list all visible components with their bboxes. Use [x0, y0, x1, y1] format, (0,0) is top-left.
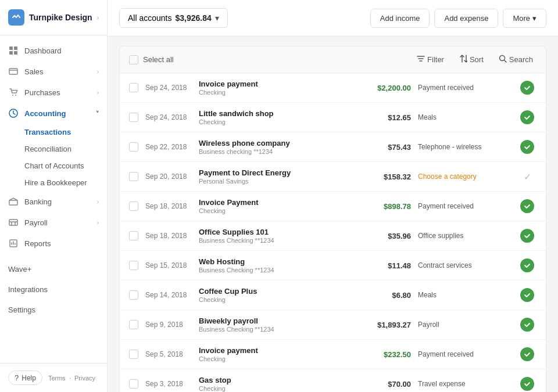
row-checkbox[interactable]: [129, 261, 138, 270]
sort-icon: [459, 55, 467, 64]
status-checked-icon: [520, 377, 534, 391]
row-name: Little sandwich shop: [199, 109, 355, 118]
row-account: Business Checking **1234: [199, 267, 355, 274]
add-expense-button[interactable]: Add expense: [434, 9, 498, 28]
row-category: Meals: [418, 291, 511, 299]
row-account: Checking: [199, 385, 355, 392]
subnav-hire-bookkeeper[interactable]: Hire a Bookkeeper: [24, 174, 107, 191]
row-checkbox[interactable]: [129, 83, 138, 92]
row-amount: $11.48: [362, 261, 411, 270]
row-date: Sep 3, 2018: [145, 380, 192, 388]
row-category: Payment received: [418, 202, 511, 210]
filter-icon: [417, 55, 425, 64]
row-info: Payment to Direct Energy Personal Saving…: [199, 168, 355, 185]
subnav-reconciliation[interactable]: Reconciliation: [24, 141, 107, 157]
row-name: Biweekly payroll: [199, 317, 355, 325]
row-category: Contract services: [418, 261, 511, 269]
sidebar-footer: ? Help Terms · Privacy: [0, 363, 107, 392]
account-label: All accounts: [128, 13, 171, 23]
row-status: [518, 288, 536, 302]
reports-icon: [8, 238, 19, 249]
row-amount: $158.32: [362, 172, 411, 181]
sidebar-item-payroll[interactable]: Payroll ›: [0, 212, 107, 233]
sidebar-item-reports[interactable]: Reports: [0, 233, 107, 254]
terms-link[interactable]: Terms: [48, 375, 66, 382]
row-amount: $12.65: [362, 113, 411, 122]
sidebar: Turnpike Design › Dashboard Sales › Purc…: [0, 0, 108, 392]
row-checkbox[interactable]: [129, 142, 138, 152]
row-status: [518, 377, 536, 391]
settings-link[interactable]: Settings: [8, 301, 99, 318]
row-date: Sep 18, 2018: [145, 232, 192, 240]
row-checkbox[interactable]: [129, 320, 138, 329]
dashboard-icon: [8, 45, 19, 56]
add-income-button[interactable]: Add income: [370, 9, 430, 28]
sidebar-item-sales[interactable]: Sales ›: [0, 61, 107, 82]
row-name: Gas stop: [199, 376, 355, 384]
table-row: Sep 5, 2018 Invoice payment Checking $23…: [120, 340, 546, 369]
row-info: Biweekly payroll Business Checking **123…: [199, 317, 355, 333]
row-category: Telephone - wireless: [418, 143, 511, 151]
row-account: Checking: [199, 207, 355, 214]
row-amount: $35.96: [362, 232, 411, 240]
row-account: Checking: [199, 296, 355, 303]
row-checkbox[interactable]: [129, 202, 138, 211]
table-header: Select all Filter Sort: [120, 46, 546, 73]
row-info: Invoice Payment Checking: [199, 198, 355, 214]
status-checked-icon: [520, 347, 534, 361]
sidebar-header[interactable]: Turnpike Design ›: [0, 0, 107, 35]
row-date: Sep 20, 2018: [145, 172, 192, 181]
sidebar-item-banking[interactable]: Banking ›: [0, 191, 107, 212]
filter-button[interactable]: Filter: [413, 52, 448, 67]
row-date: Sep 24, 2018: [145, 84, 192, 92]
integrations-link[interactable]: Integrations: [8, 281, 99, 298]
sort-button[interactable]: Sort: [456, 52, 487, 67]
row-name: Office Supplies 101: [199, 228, 355, 236]
row-date: Sep 18, 2018: [145, 202, 192, 210]
search-button[interactable]: Search: [495, 52, 536, 67]
status-checked-icon: [520, 81, 534, 95]
svg-rect-2: [9, 51, 13, 55]
row-info: Coffee Cup Plus Checking: [199, 287, 355, 303]
row-date: Sep 9, 2018: [145, 321, 192, 329]
row-amount: $898.78: [362, 202, 411, 211]
row-category: Payroll: [418, 321, 511, 329]
wave-plus-link[interactable]: Wave+: [8, 261, 99, 278]
row-checkbox[interactable]: [129, 290, 138, 300]
row-checkbox[interactable]: [129, 350, 138, 359]
more-button[interactable]: More ▾: [503, 9, 546, 28]
row-info: Wireless phone company Business checking…: [199, 139, 355, 155]
row-status: [518, 81, 536, 95]
sidebar-item-dashboard[interactable]: Dashboard: [0, 40, 107, 61]
purchases-label: Purchases: [24, 88, 60, 97]
select-all-row[interactable]: Select all: [129, 55, 174, 64]
row-checkbox[interactable]: [129, 113, 138, 122]
account-selector[interactable]: All accounts $3,926.84 ▾: [119, 8, 228, 28]
row-status: [518, 199, 536, 213]
row-checkbox[interactable]: [129, 379, 138, 389]
privacy-link[interactable]: Privacy: [74, 375, 95, 382]
row-checkbox[interactable]: [129, 172, 138, 181]
row-status: [518, 229, 536, 243]
row-info: Web Hosting Business Checking **1234: [199, 257, 355, 274]
row-status: [518, 140, 536, 154]
select-all-checkbox[interactable]: [129, 55, 138, 64]
row-account: Checking: [199, 118, 355, 125]
sidebar-item-purchases[interactable]: Purchases ›: [0, 82, 107, 103]
subnav-chart-of-accounts[interactable]: Chart of Accounts: [24, 157, 107, 174]
sidebar-item-accounting[interactable]: Accounting ˅: [0, 103, 107, 124]
row-category: Payment received: [418, 350, 511, 358]
help-button[interactable]: ? Help: [8, 371, 42, 385]
purchases-icon: [8, 87, 19, 98]
status-checked-icon: [520, 258, 534, 272]
row-status: [518, 347, 536, 361]
row-category[interactable]: Choose a category: [418, 172, 511, 181]
purchases-chevron-icon: ›: [97, 89, 99, 96]
subnav-transactions[interactable]: Transactions: [24, 124, 107, 141]
row-amount: $6.80: [362, 291, 411, 300]
row-info: Little sandwich shop Checking: [199, 109, 355, 125]
status-pending-icon: ✓: [524, 171, 531, 182]
row-checkbox[interactable]: [129, 231, 138, 240]
row-amount: $1,893.27: [362, 321, 411, 329]
main-content: All accounts $3,926.84 ▾ Add income Add …: [108, 0, 558, 392]
